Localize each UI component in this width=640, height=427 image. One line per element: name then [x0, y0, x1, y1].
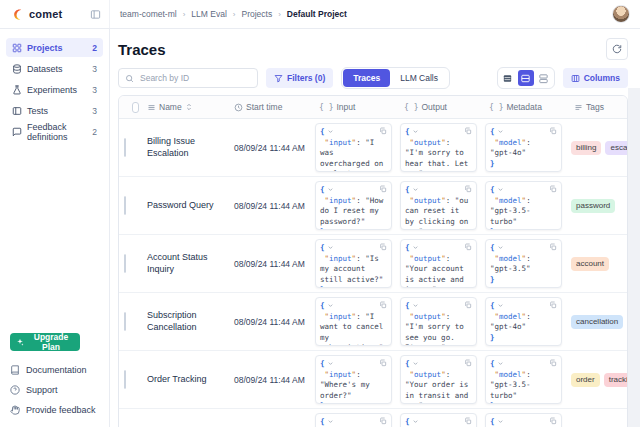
copy-icon[interactable]	[464, 127, 472, 135]
copy-icon[interactable]	[549, 359, 557, 367]
copy-icon[interactable]	[464, 243, 472, 251]
column-header-tags[interactable]: Tags	[566, 102, 627, 112]
trace-name[interactable]: Password Query	[139, 200, 226, 211]
search-box[interactable]	[118, 68, 258, 88]
table-row[interactable]: Account Status Inquiry 08/09/24 11:44 AM…	[119, 235, 627, 293]
json-preview[interactable]: { "output": "I'm sorry to see you go. I'…	[400, 297, 477, 346]
json-preview[interactable]: { "output": "Your order is in transit an…	[400, 355, 477, 404]
chevron-down-icon[interactable]	[412, 186, 419, 193]
copy-icon[interactable]	[379, 243, 387, 251]
json-preview[interactable]: { "model": "gpt-3.5" }	[485, 413, 562, 427]
chevron-down-icon[interactable]	[412, 360, 419, 367]
sidebar-item-tests[interactable]: Tests 3	[6, 101, 103, 120]
sidebar-item-datasets[interactable]: Datasets 3	[6, 59, 103, 78]
copy-icon[interactable]	[464, 301, 472, 309]
tag-pill[interactable]: escalation	[605, 141, 627, 155]
chevron-down-icon[interactable]	[412, 244, 419, 251]
refresh-button[interactable]	[606, 38, 628, 60]
copy-icon[interactable]	[549, 127, 557, 135]
chevron-down-icon[interactable]	[412, 302, 419, 309]
copy-icon[interactable]	[549, 301, 557, 309]
sort-icon[interactable]	[185, 103, 193, 111]
chevron-down-icon[interactable]	[327, 302, 334, 309]
table-row[interactable]: Password Query 08/09/24 11:44 AM { "inpu…	[119, 177, 627, 235]
copy-icon[interactable]	[549, 243, 557, 251]
chevron-down-icon[interactable]	[327, 418, 334, 425]
json-preview[interactable]: { "model": "gpt-4o" }	[485, 123, 562, 172]
comet-logo[interactable]: comet	[12, 8, 62, 21]
select-all-checkbox[interactable]	[132, 102, 139, 113]
density-compact-icon[interactable]	[500, 70, 516, 86]
json-preview[interactable]: { "input": "I was overcharged on my last…	[315, 123, 392, 172]
sidebar-item-projects[interactable]: Projects 2	[6, 38, 103, 57]
tag-pill[interactable]: account	[571, 257, 609, 271]
sidebar-item-feedback-definitions[interactable]: Feedback definitions 2	[6, 122, 103, 141]
density-default-icon[interactable]	[518, 70, 534, 86]
copy-icon[interactable]	[464, 417, 472, 425]
breadcrumb-workspace[interactable]: team-comet-ml	[120, 9, 177, 19]
chevron-down-icon[interactable]	[497, 360, 504, 367]
table-row[interactable]: Billing Issue Escalation 08/09/24 11:44 …	[119, 119, 627, 177]
breadcrumb-projects[interactable]: Projects	[241, 9, 272, 19]
chevron-down-icon[interactable]	[327, 186, 334, 193]
json-preview[interactable]: { "output": "I'm sorry to hear that. Let…	[400, 123, 477, 172]
copy-icon[interactable]	[464, 185, 472, 193]
tab-llm-calls[interactable]: LLM Calls	[390, 69, 448, 87]
json-preview[interactable]: { "output": "ou can reset it by clicking…	[400, 181, 477, 230]
trace-name[interactable]: Subscription Cancellation	[139, 310, 226, 333]
json-preview[interactable]: { "input": "Where's my order?" }	[315, 355, 392, 404]
copy-icon[interactable]	[379, 301, 387, 309]
chevron-down-icon[interactable]	[497, 128, 504, 135]
trace-name[interactable]: Account Status Inquiry	[139, 252, 226, 275]
sidebar-item-support[interactable]: Support	[10, 380, 99, 400]
chevron-down-icon[interactable]	[327, 128, 334, 135]
vertical-scrollbar[interactable]	[628, 88, 640, 427]
chevron-down-icon[interactable]	[497, 302, 504, 309]
row-checkbox[interactable]	[124, 312, 126, 331]
column-header-name[interactable]: Name	[139, 102, 226, 112]
column-header-output[interactable]: { } Output	[396, 102, 481, 112]
chevron-down-icon[interactable]	[412, 128, 419, 135]
json-preview[interactable]: { "input": "Can I get a refund for my la…	[315, 413, 392, 427]
tag-pill[interactable]: tracking	[604, 373, 627, 387]
chevron-down-icon[interactable]	[327, 360, 334, 367]
table-row[interactable]: Refund Request 08/09/24 11:44 AM { "inpu…	[119, 409, 627, 427]
chevron-down-icon[interactable]	[497, 244, 504, 251]
user-avatar[interactable]	[612, 5, 630, 23]
trace-name[interactable]: Billing Issue Escalation	[139, 136, 226, 159]
columns-button[interactable]: Columns	[563, 68, 628, 88]
row-checkbox[interactable]	[124, 370, 126, 389]
table-row[interactable]: Subscription Cancellation 08/09/24 11:44…	[119, 293, 627, 351]
sidebar-item-documentation[interactable]: Documentation	[10, 360, 99, 380]
tag-pill[interactable]: password	[571, 199, 615, 213]
copy-icon[interactable]	[379, 185, 387, 193]
tab-traces[interactable]: Traces	[343, 69, 390, 87]
json-preview[interactable]: { "model": "gpt-3.5-turbo" }	[485, 181, 562, 230]
json-preview[interactable]: { "model": "gpt-3.5-turbo" }	[485, 355, 562, 404]
chevron-down-icon[interactable]	[327, 244, 334, 251]
chevron-down-icon[interactable]	[497, 186, 504, 193]
column-header-start-time[interactable]: Start time	[226, 102, 311, 112]
row-checkbox[interactable]	[124, 254, 126, 273]
filters-button[interactable]: Filters (0)	[266, 68, 333, 88]
chevron-down-icon[interactable]	[497, 418, 504, 425]
copy-icon[interactable]	[549, 417, 557, 425]
tag-pill[interactable]: billing	[571, 141, 601, 155]
row-checkbox[interactable]	[124, 196, 126, 215]
json-preview[interactable]: { "output": "I've submitted your refund …	[400, 413, 477, 427]
column-header-metadata[interactable]: { } Metadata	[481, 102, 566, 112]
json-preview[interactable]: { "input": "How do I reset my password?"…	[315, 181, 392, 230]
density-expanded-icon[interactable]	[536, 70, 552, 86]
json-preview[interactable]: { "input": "Is my account still active?"…	[315, 239, 392, 288]
json-preview[interactable]: { "input": "I want to cancel my subscrip…	[315, 297, 392, 346]
copy-icon[interactable]	[464, 359, 472, 367]
sidebar-item-experiments[interactable]: Experiments 3	[6, 80, 103, 99]
upgrade-plan-button[interactable]: Upgrade Plan	[10, 333, 80, 351]
trace-name[interactable]: Order Tracking	[139, 374, 226, 385]
tag-pill[interactable]: cancellation	[571, 315, 623, 329]
column-header-input[interactable]: { } Input	[311, 102, 396, 112]
search-input[interactable]	[138, 72, 251, 84]
breadcrumb-llm-eval[interactable]: LLM Eval	[191, 9, 226, 19]
table-row[interactable]: Order Tracking 08/09/24 11:44 AM { "inpu…	[119, 351, 627, 409]
json-preview[interactable]: { "output": "Your account is active and …	[400, 239, 477, 288]
